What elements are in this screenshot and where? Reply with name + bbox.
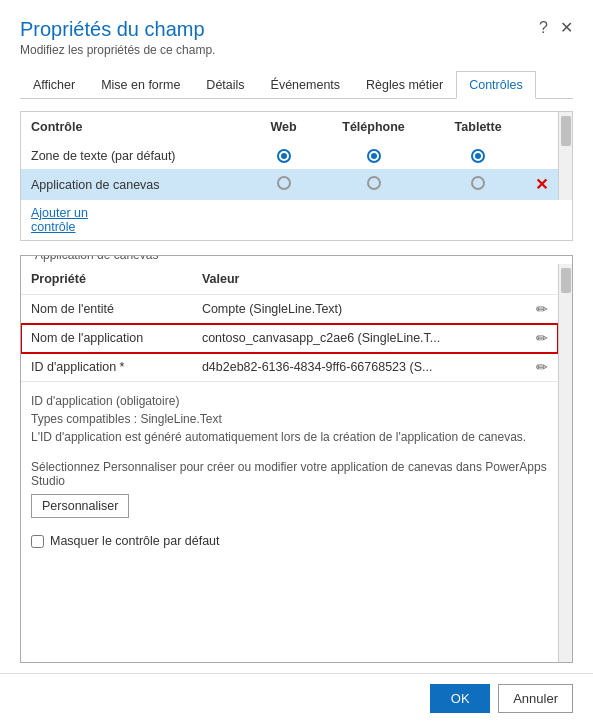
tab-details[interactable]: Détails xyxy=(193,71,257,99)
prop-label: ID d'application * xyxy=(21,353,192,382)
controle-table-wrapper: Contrôle Web Téléphone Tablette Zone de … xyxy=(21,112,558,200)
x-mark-icon[interactable]: ✕ xyxy=(535,176,548,193)
canvas-app-legend: Application de canevas xyxy=(31,255,162,262)
dialog-header: Propriétés du champ Modifiez les proprié… xyxy=(0,0,593,61)
dialog: Propriétés du champ Modifiez les proprié… xyxy=(0,0,593,723)
dialog-body: Contrôle Web Téléphone Tablette Zone de … xyxy=(0,99,593,673)
dialog-subtitle: Modifiez les propriétés de ce champ. xyxy=(20,43,215,57)
canvas-scrollbar[interactable] xyxy=(558,264,572,662)
radio-filled[interactable] xyxy=(471,149,485,163)
controle-scrollbar[interactable] xyxy=(558,112,572,200)
prop-label: Nom de l'entité xyxy=(21,295,192,324)
prop-value: d4b2eb82-6136-4834-9ff6-66768523 (S... xyxy=(192,353,526,382)
radio-tel-default[interactable] xyxy=(316,142,431,169)
tab-regles-metier[interactable]: Règles métier xyxy=(353,71,456,99)
radio-tel-canvas[interactable] xyxy=(316,169,431,200)
canvas-scrollbar-thumb xyxy=(561,268,571,293)
prop-value: contoso_canvasapp_c2ae6 (SingleLine.T... xyxy=(192,324,526,353)
radio-web-default[interactable] xyxy=(251,142,316,169)
radio-filled[interactable] xyxy=(277,149,291,163)
col-controle: Contrôle xyxy=(21,112,251,142)
radio-web-canvas[interactable] xyxy=(251,169,316,200)
info-line3: L'ID d'application est généré automatiqu… xyxy=(31,428,548,446)
header-actions: ? ✕ xyxy=(539,18,573,37)
tab-mise-en-forme[interactable]: Mise en forme xyxy=(88,71,193,99)
checkbox-row: Masquer le contrôle par défaut xyxy=(21,526,558,556)
col-valeur: Valeur xyxy=(192,264,526,295)
radio-tab-canvas[interactable] xyxy=(431,169,525,200)
hide-default-checkbox[interactable] xyxy=(31,535,44,548)
properties-table: Propriété Valeur Nom de l'entité Compte … xyxy=(21,264,558,382)
info-line1: ID d'application (obligatoire) xyxy=(31,392,548,410)
col-web: Web xyxy=(251,112,316,142)
edit-icon[interactable]: ✏ xyxy=(536,359,548,375)
close-icon[interactable]: ✕ xyxy=(560,18,573,37)
header-text: Propriétés du champ Modifiez les proprié… xyxy=(20,18,215,57)
dialog-title: Propriétés du champ xyxy=(20,18,215,41)
prop-label: Nom de l'application xyxy=(21,324,192,353)
controle-name: Application de canevas xyxy=(21,169,251,200)
ok-button[interactable]: OK xyxy=(430,684,490,713)
tab-controles[interactable]: Contrôles xyxy=(456,71,536,99)
checkbox-label: Masquer le contrôle par défaut xyxy=(50,534,220,548)
canvas-app-inner: Propriété Valeur Nom de l'entité Compte … xyxy=(21,264,572,662)
radio-tab-default[interactable] xyxy=(431,142,525,169)
info-line2: Types compatibles : SingleLine.Text xyxy=(31,410,548,428)
tab-afficher[interactable]: Afficher xyxy=(20,71,88,99)
add-control-link[interactable]: Ajouter uncontrôle xyxy=(21,200,98,240)
edit-icon[interactable]: ✏ xyxy=(536,301,548,317)
tab-evenements[interactable]: Événements xyxy=(258,71,353,99)
cancel-button[interactable]: Annuler xyxy=(498,684,573,713)
personalize-button[interactable]: Personnaliser xyxy=(31,494,129,518)
col-telephone: Téléphone xyxy=(316,112,431,142)
prop-row-highlighted: Nom de l'application contoso_canvasapp_c… xyxy=(21,324,558,353)
radio-empty[interactable] xyxy=(471,176,485,190)
info-section: ID d'application (obligatoire) Types com… xyxy=(21,382,558,452)
col-propriete: Propriété xyxy=(21,264,192,295)
table-row[interactable]: Application de canevas xyxy=(21,169,558,200)
personalize-text: Sélectionnez Personnaliser pour créer ou… xyxy=(31,460,548,488)
tabs-bar: Afficher Mise en forme Détails Événement… xyxy=(20,71,573,99)
scrollbar-thumb xyxy=(561,116,571,146)
radio-filled[interactable] xyxy=(367,149,381,163)
controle-name: Zone de texte (par défaut) xyxy=(21,142,251,169)
controle-scroll-container: Contrôle Web Téléphone Tablette Zone de … xyxy=(21,112,572,200)
prop-row: ID d'application * d4b2eb82-6136-4834-9f… xyxy=(21,353,558,382)
prop-value: Compte (SingleLine.Text) xyxy=(192,295,526,324)
prop-row: Nom de l'entité Compte (SingleLine.Text)… xyxy=(21,295,558,324)
radio-empty[interactable] xyxy=(367,176,381,190)
col-tablette: Tablette xyxy=(431,112,525,142)
controle-section: Contrôle Web Téléphone Tablette Zone de … xyxy=(20,111,573,241)
controle-table: Contrôle Web Téléphone Tablette Zone de … xyxy=(21,112,558,200)
table-row[interactable]: Zone de texte (par défaut) xyxy=(21,142,558,169)
personalize-section: Sélectionnez Personnaliser pour créer ou… xyxy=(21,452,558,526)
x-mark-cell: ✕ xyxy=(525,169,558,200)
help-icon[interactable]: ? xyxy=(539,19,548,37)
edit-icon[interactable]: ✏ xyxy=(536,330,548,346)
dialog-footer: OK Annuler xyxy=(0,673,593,723)
properties-table-wrapper: Propriété Valeur Nom de l'entité Compte … xyxy=(21,264,558,662)
radio-empty[interactable] xyxy=(277,176,291,190)
canvas-app-section: Application de canevas Propriété Valeur xyxy=(20,255,573,663)
